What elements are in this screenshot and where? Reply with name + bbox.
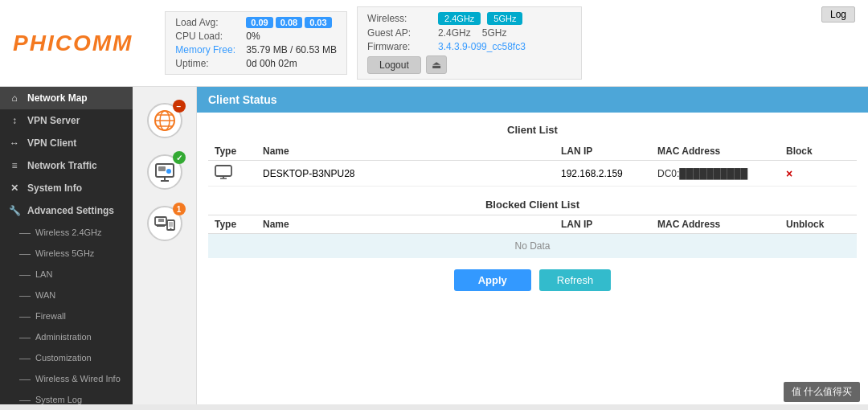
sidebar-sub-system-log-label: System Log bbox=[35, 395, 82, 404]
client-content: Client List Type Name LAN IP MAC Address… bbox=[197, 113, 868, 299]
cpu-label: CPU Load: bbox=[175, 31, 240, 42]
sidebar-sub-lan[interactable]: — LAN bbox=[0, 264, 133, 285]
action-buttons: Apply Refresh bbox=[208, 269, 857, 291]
svg-rect-11 bbox=[157, 225, 165, 227]
sidebar-sub-administration[interactable]: — Administration bbox=[0, 326, 133, 347]
col-type-header: Type bbox=[215, 146, 263, 157]
client-status-header: Client Status bbox=[197, 87, 868, 113]
arrow-right-icon bbox=[182, 217, 192, 230]
sidebar-sub-customization[interactable]: — Customization bbox=[0, 347, 133, 368]
sidebar-sub-firewall[interactable]: — Firewall bbox=[0, 305, 133, 326]
apply-button[interactable]: Apply bbox=[454, 269, 531, 291]
table-row: DESKTOP-B3NPU28 192.168.2.159 DC0:██████… bbox=[208, 161, 857, 187]
row-mac: DC0:██████████ bbox=[657, 168, 786, 179]
load-avg-2: 0.08 bbox=[276, 17, 302, 28]
svg-point-9 bbox=[166, 169, 171, 174]
block-button[interactable]: × bbox=[786, 167, 850, 180]
memory-value: 35.79 MB / 60.53 MB bbox=[246, 44, 337, 55]
dash-icon-1: — bbox=[19, 247, 31, 260]
col-lanip-header: LAN IP bbox=[561, 146, 657, 157]
sidebar-sub-customization-label: Customization bbox=[35, 353, 92, 363]
sidebar-sub-wireless-24[interactable]: — Wireless 2.4GHz bbox=[0, 222, 133, 243]
traffic-icon: ≡ bbox=[8, 160, 21, 171]
dash-icon-7: — bbox=[19, 372, 31, 385]
content-area: − ✓ bbox=[133, 87, 868, 404]
sidebar-item-network-traffic-label: Network Traffic bbox=[27, 160, 97, 171]
blocked-col-unblock: Unblock bbox=[786, 219, 850, 230]
vpn-server-icon: ↕ bbox=[8, 115, 21, 126]
guest-ap-label: Guest AP: bbox=[367, 27, 432, 39]
refresh-button[interactable]: Refresh bbox=[539, 269, 612, 291]
dash-icon-0: — bbox=[19, 226, 31, 239]
sidebar-sub-firewall-label: Firewall bbox=[35, 311, 66, 321]
dash-icon-5: — bbox=[19, 330, 31, 343]
logout-button[interactable]: Logout bbox=[367, 56, 421, 74]
sidebar-item-vpn-client-label: VPN Client bbox=[27, 137, 76, 149]
client-status-title: Client Status bbox=[208, 93, 277, 106]
sidebar-sub-administration-label: Administration bbox=[35, 332, 92, 342]
wireless-2.4ghz-button[interactable]: 2.4GHz bbox=[438, 12, 481, 25]
sidebar: ⌂ Network Map ↕ VPN Server ↔ VPN Client … bbox=[0, 87, 133, 404]
icon-panel: − ✓ bbox=[133, 87, 197, 404]
wireless-label: Wireless: bbox=[367, 13, 432, 24]
svg-rect-12 bbox=[158, 219, 164, 222]
load-avg-values: 0.09 0.08 0.03 bbox=[246, 17, 331, 28]
guest-5ghz: 5GHz bbox=[482, 27, 507, 39]
sidebar-sub-wan[interactable]: — WAN bbox=[0, 285, 133, 305]
no-data-row: No Data bbox=[208, 234, 857, 258]
sidebar-sub-wireless-wired-info[interactable]: — Wireless & Wired Info bbox=[0, 368, 133, 389]
col-block-header: Block bbox=[786, 146, 850, 157]
firmware-label: Firmware: bbox=[367, 41, 432, 52]
row-name: DESKTOP-B3NPU28 bbox=[263, 168, 561, 179]
stats-block: Load Avg: 0.09 0.08 0.03 CPU Load: 0% Me… bbox=[165, 11, 347, 75]
devices-badge-1: 1 bbox=[173, 203, 186, 215]
network-badge-minus: − bbox=[173, 100, 186, 113]
sidebar-item-vpn-server[interactable]: ↕ VPN Server bbox=[0, 109, 133, 132]
sidebar-item-advanced-settings[interactable]: 🔧 Advanced Settings bbox=[0, 199, 133, 222]
vpn-client-icon: ↔ bbox=[8, 137, 21, 149]
sidebar-item-vpn-client[interactable]: ↔ VPN Client bbox=[0, 132, 133, 154]
sidebar-item-advanced-settings-label: Advanced Settings bbox=[27, 205, 114, 216]
wireless-block: Wireless: 2.4GHz 5GHz Guest AP: 2.4GHz 5… bbox=[357, 6, 582, 80]
dash-icon-3: — bbox=[19, 289, 31, 301]
dash-icon-6: — bbox=[19, 351, 31, 364]
power-button[interactable]: ⏏ bbox=[426, 55, 447, 74]
screen-badge-check: ✓ bbox=[173, 151, 186, 164]
sidebar-sub-wireless-5[interactable]: — Wireless 5GHz bbox=[0, 243, 133, 264]
col-name-header: Name bbox=[263, 146, 561, 157]
sidebar-sub-wireless-24-label: Wireless 2.4GHz bbox=[35, 228, 102, 237]
load-avg-1: 0.09 bbox=[246, 17, 272, 28]
sidebar-item-network-map[interactable]: ⌂ Network Map bbox=[0, 87, 133, 109]
screen-icon-btn[interactable]: ✓ bbox=[147, 154, 182, 190]
log-button[interactable]: Log bbox=[821, 6, 855, 23]
blocked-col-mac: MAC Address bbox=[657, 219, 786, 230]
wireless-5ghz-button[interactable]: 5GHz bbox=[487, 12, 522, 25]
dash-icon-4: — bbox=[19, 310, 31, 322]
load-avg-3: 0.03 bbox=[305, 17, 331, 28]
blocked-col-type: Type bbox=[215, 219, 263, 230]
blocked-col-lanip: LAN IP bbox=[561, 219, 657, 230]
svg-rect-8 bbox=[158, 166, 166, 171]
monitor-svg bbox=[154, 161, 176, 183]
blocked-list-title: Blocked Client List bbox=[208, 195, 857, 215]
blocked-list-header: Type Name LAN IP MAC Address Unblock bbox=[208, 215, 857, 234]
sidebar-item-system-info[interactable]: ✕ System Info bbox=[0, 177, 133, 199]
sidebar-sub-wireless-wired-info-label: Wireless & Wired Info bbox=[35, 374, 121, 383]
firmware-link[interactable]: 3.4.3.9-099_cc58fc3 bbox=[438, 41, 526, 52]
devices-icon-btn[interactable]: 1 bbox=[147, 206, 182, 241]
sidebar-item-network-traffic[interactable]: ≡ Network Traffic bbox=[0, 154, 133, 177]
cpu-value: 0% bbox=[246, 31, 260, 42]
system-info-icon: ✕ bbox=[8, 182, 21, 194]
no-data-text: No Data bbox=[514, 240, 550, 252]
load-avg-label: Load Avg: bbox=[175, 17, 240, 28]
logo: PHICOMM bbox=[13, 31, 133, 56]
svg-rect-16 bbox=[215, 166, 231, 176]
uptime-value: 0d 00h 02m bbox=[246, 58, 297, 69]
network-icon-btn[interactable]: − bbox=[147, 103, 182, 138]
sidebar-item-system-info-label: System Info bbox=[27, 182, 82, 194]
sidebar-sub-system-log[interactable]: — System Log bbox=[0, 389, 133, 404]
devices-svg bbox=[154, 212, 176, 235]
row-type-icon bbox=[215, 165, 263, 182]
col-mac-header: MAC Address bbox=[657, 146, 786, 157]
sidebar-sub-wireless-5-label: Wireless 5GHz bbox=[35, 248, 94, 258]
